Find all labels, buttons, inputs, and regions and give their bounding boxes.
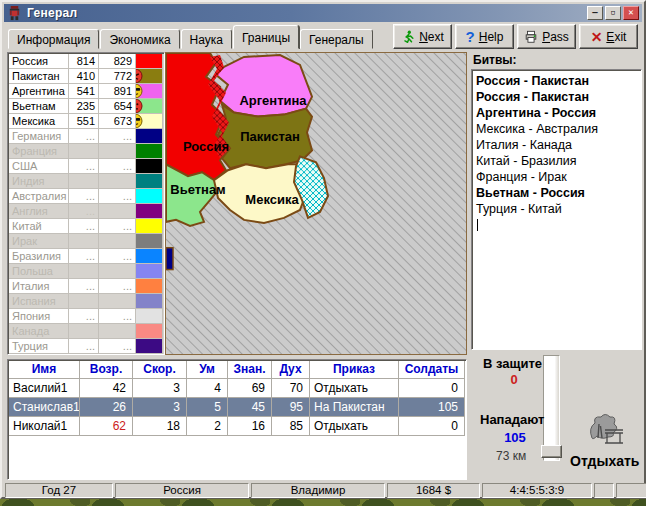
- generals-cell-name: Станислав1: [9, 398, 80, 417]
- battle-item-6[interactable]: Франция - Ирак: [476, 169, 641, 185]
- country-value-2: 891: [99, 84, 136, 99]
- country-row-7[interactable]: США......: [9, 159, 163, 174]
- battle-item-0[interactable]: Россия - Пакистан: [476, 73, 641, 89]
- country-row-8[interactable]: Индия: [9, 174, 163, 189]
- battle-item-5[interactable]: Китай - Бразилия: [476, 153, 641, 169]
- tab-0[interactable]: Информация: [8, 29, 99, 49]
- country-color-swatch: [136, 324, 163, 339]
- country-row-5[interactable]: Германия......: [9, 129, 163, 144]
- country-row-6[interactable]: Франция: [9, 144, 163, 159]
- cool-face-icon: [136, 114, 143, 129]
- country-row-18[interactable]: Канада: [9, 324, 163, 339]
- map-region-germany-edge[interactable]: [166, 248, 173, 270]
- country-row-3[interactable]: Вьетнам235654: [9, 99, 163, 114]
- country-row-10[interactable]: Англия...: [9, 204, 163, 219]
- battle-item-8[interactable]: Турция - Китай: [476, 201, 641, 217]
- country-color-swatch: [136, 339, 163, 354]
- exit-button[interactable]: ✕Exit: [579, 24, 638, 49]
- country-row-15[interactable]: Италия......: [9, 279, 163, 294]
- country-row-16[interactable]: Испания: [9, 294, 163, 309]
- tab-4[interactable]: Генералы: [300, 29, 373, 49]
- country-value-2: 673: [99, 114, 136, 129]
- toolbar: Next?HelpPass✕Exit: [390, 24, 638, 49]
- country-color-swatch: [136, 219, 163, 234]
- country-value-1: ...: [69, 339, 99, 354]
- tab-3-active[interactable]: Границы: [233, 25, 299, 49]
- country-row-0[interactable]: Россия814829: [9, 54, 163, 69]
- country-color-swatch: [136, 144, 163, 159]
- battle-item-4[interactable]: Италия - Канада: [476, 137, 641, 153]
- battle-item-1[interactable]: Россия - Пакистан: [476, 89, 641, 105]
- country-value-1: [69, 324, 99, 339]
- angry-face-icon: [136, 69, 143, 84]
- battle-item-7[interactable]: Вьетнам - Россия: [476, 185, 641, 201]
- country-value-2: [99, 324, 136, 339]
- battle-item-3[interactable]: Мексика - Австралия: [476, 121, 641, 137]
- country-value-2: 654: [99, 99, 136, 114]
- title-bar[interactable]: Генерал – ▫ ✕: [4, 4, 642, 22]
- pass-button[interactable]: Pass: [517, 24, 576, 49]
- tab-2[interactable]: Наука: [181, 29, 232, 49]
- generals-cell-know: 69: [228, 379, 272, 398]
- generals-cell-speed: 3: [133, 379, 187, 398]
- country-row-19[interactable]: Турция......: [9, 339, 163, 354]
- defense-slider-thumb[interactable]: [541, 445, 562, 458]
- defense-slider[interactable]: [543, 355, 560, 461]
- country-name: Германия: [9, 129, 69, 144]
- tab-1[interactable]: Экономика: [100, 29, 179, 49]
- map-label-pakistan: Пакистан: [240, 129, 300, 144]
- country-row-17[interactable]: Япония......: [9, 309, 163, 324]
- generals-row-2[interactable]: Николай1621821685Отдыхать0: [9, 417, 465, 436]
- close-button[interactable]: ✕: [623, 6, 639, 20]
- world-map[interactable]: Аргентина Пакистан Россия Вьетнам Мексик…: [165, 52, 467, 355]
- country-color-swatch: [136, 84, 163, 99]
- country-row-9[interactable]: Австралия......: [9, 189, 163, 204]
- generals-header-name[interactable]: Имя: [9, 361, 80, 379]
- country-value-1: [69, 174, 99, 189]
- maximize-button[interactable]: ▫: [605, 6, 621, 20]
- generals-row-1[interactable]: Станислав126354595На Пакистан105: [9, 398, 465, 417]
- next-button[interactable]: Next: [393, 24, 452, 49]
- generals-header-spirit[interactable]: Дух: [272, 361, 310, 379]
- minimize-button[interactable]: –: [587, 6, 603, 20]
- generals-cell-order: Отдыхать: [310, 417, 399, 436]
- rest-action-label[interactable]: Отдыхать: [570, 453, 639, 469]
- country-row-14[interactable]: Польша: [9, 264, 163, 279]
- country-color-swatch: [136, 114, 163, 129]
- generals-table[interactable]: ИмяВозр.Скор.УмЗнан.ДухПриказСолдатыВаси…: [7, 359, 467, 480]
- generals-cell-speed: 3: [133, 398, 187, 417]
- country-row-13[interactable]: Бразилия......: [9, 249, 163, 264]
- country-value-2: ...: [99, 309, 136, 324]
- country-row-4[interactable]: Мексика551673: [9, 114, 163, 129]
- country-value-1: [69, 264, 99, 279]
- tab-toolbar-row: ИнформацияЭкономикаНаукаГраницыГенералы …: [4, 23, 642, 50]
- generals-header-age[interactable]: Возр.: [80, 361, 133, 379]
- country-row-2[interactable]: Аргентина541891: [9, 84, 163, 99]
- battle-item-2[interactable]: Аргентина - Россия: [476, 105, 641, 121]
- country-value-1: ...: [69, 249, 99, 264]
- generals-cell-name: Василий1: [9, 379, 80, 398]
- generals-row-0[interactable]: Василий142346970Отдыхать0: [9, 379, 465, 398]
- generals-header-speed[interactable]: Скор.: [133, 361, 187, 379]
- country-row-1[interactable]: Пакистан410772: [9, 69, 163, 84]
- generals-header-soldiers[interactable]: Солдаты: [399, 361, 465, 379]
- map-label-argentina: Аргентина: [239, 93, 307, 108]
- country-list[interactable]: Россия814829Пакистан410772Аргентина54189…: [7, 52, 165, 355]
- generals-header-know[interactable]: Знан.: [228, 361, 272, 379]
- help-button[interactable]: ?Help: [455, 24, 514, 49]
- country-row-12[interactable]: Ирак: [9, 234, 163, 249]
- country-name: Австралия: [9, 189, 69, 204]
- battles-list[interactable]: Россия - ПакистанРоссия - ПакистанАргент…: [471, 69, 642, 350]
- country-name: Аргентина: [9, 84, 69, 99]
- country-color-swatch: [136, 294, 163, 309]
- generals-header-mind[interactable]: Ум: [187, 361, 228, 379]
- country-name: Россия: [9, 54, 69, 69]
- annoyed-face-icon: [136, 99, 143, 114]
- runner-icon: [401, 30, 415, 44]
- country-value-2: 829: [99, 54, 136, 69]
- country-row-11[interactable]: Китай......: [9, 219, 163, 234]
- generals-header-order[interactable]: Приказ: [310, 361, 399, 379]
- country-value-2: ...: [99, 129, 136, 144]
- country-name: Франция: [9, 144, 69, 159]
- generals-cell-name: Николай1: [9, 417, 80, 436]
